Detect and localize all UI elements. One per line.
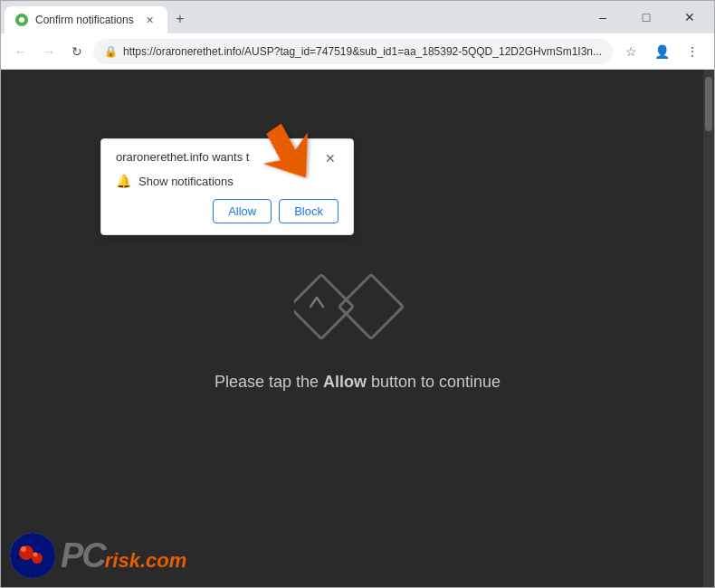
popup-buttons: Allow Block [116,199,338,223]
url-text: https://oraronerethet.info/AUSP?tag_id=7… [123,45,602,58]
svg-point-6 [21,546,26,552]
bell-icon: 🔔 [116,174,131,188]
back-button[interactable]: ← [8,37,33,66]
forward-button[interactable]: → [36,37,61,66]
popup-title: oraronerethet.info wants t [116,150,319,164]
page-message: Please tap the Allow button to continue [214,373,500,392]
bookmark-button[interactable]: ☆ [616,37,645,66]
message-bold: Allow [323,373,367,391]
scrollbar-thumb[interactable] [705,77,712,131]
browser-window: Confirm notifications ✕ + – □ ✕ ← → ↻ 🔒 … [0,0,715,588]
diamond-logo [294,266,421,351]
svg-rect-2 [339,274,404,338]
pcrisk-pc-text: PC [61,536,105,575]
address-bar[interactable]: 🔒 https://oraronerethet.info/AUSP?tag_id… [93,39,613,64]
notification-label: Show notifications [138,175,234,188]
window-close-button[interactable]: ✕ [669,1,710,33]
popup-notification-row: 🔔 Show notifications [116,174,338,188]
browser-content: oraronerethet.info wants t ✕ 🔔 Show noti… [1,70,714,587]
message-prefix: Please tap the [214,373,323,391]
refresh-button[interactable]: ↻ [65,37,90,66]
popup-close-button[interactable]: ✕ [322,150,338,166]
pcrisk-ball-icon [10,533,55,578]
scrollbar[interactable] [703,70,714,587]
popup-header: oraronerethet.info wants t ✕ [116,150,338,166]
toolbar-actions: ☆ 👤 ⋮ [616,37,707,66]
message-suffix: button to continue [367,373,500,391]
tab-close-button[interactable]: ✕ [142,13,157,27]
minimize-button[interactable]: – [582,1,624,33]
toolbar: ← → ↻ 🔒 https://oraronerethet.info/AUSP?… [1,33,714,70]
svg-point-4 [19,545,33,560]
tab-strip: Confirm notifications ✕ + [1,1,582,33]
notification-popup: oraronerethet.info wants t ✕ 🔔 Show noti… [100,138,354,235]
active-tab[interactable]: Confirm notifications ✕ [5,6,167,33]
menu-button[interactable]: ⋮ [678,37,707,66]
new-tab-button[interactable]: + [167,6,193,32]
tab-favicon [15,14,28,26]
title-bar: Confirm notifications ✕ + – □ ✕ [1,1,714,33]
allow-button[interactable]: Allow [213,199,272,223]
lock-icon: 🔒 [104,45,118,58]
window-controls: – □ ✕ [582,1,714,33]
block-button[interactable]: Block [279,199,338,223]
pcrisk-logo: PC risk.com [10,533,186,578]
pcrisk-risk-text: risk.com [105,549,187,573]
profile-button[interactable]: 👤 [647,37,676,66]
pcrisk-text: PC risk.com [61,536,186,575]
tab-label: Confirm notifications [35,14,134,26]
maximize-button[interactable]: □ [625,1,667,33]
svg-point-7 [33,553,38,557]
